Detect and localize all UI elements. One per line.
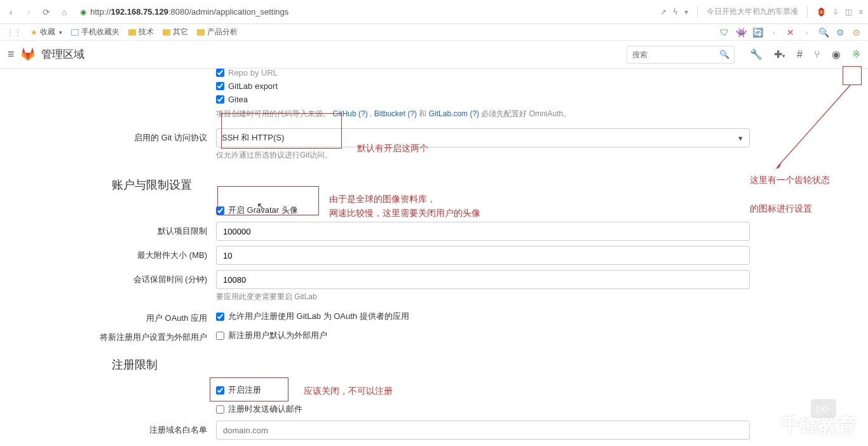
search-input[interactable] — [627, 46, 735, 64]
whitelist-label: 注册域名白名单 — [0, 421, 216, 436]
favorites-button[interactable]: ★收藏▾ — [31, 27, 62, 37]
help-link[interactable]: GitHub (?) — [332, 109, 367, 118]
checkbox-label: Gitea — [228, 95, 248, 104]
external-user-checkbox[interactable] — [216, 332, 224, 340]
checkbox-label: 注册时发送确认邮件 — [228, 403, 302, 415]
shield-icon: ◉ — [80, 8, 86, 17]
ext-shield-icon[interactable]: 🛡 — [719, 27, 729, 37]
extension-icons: 🛡 👾 🔄 · ✕ · 🔍 ⚙ ⊙ — [719, 27, 862, 37]
grip-icon[interactable]: ⋮⋮ — [6, 28, 22, 37]
max-attachment-input[interactable] — [216, 246, 750, 265]
settings-form: Repo by URL GitLab export Gitea 项目创建时可用的… — [0, 69, 868, 440]
checkbox-label: Repo by URL — [228, 68, 278, 78]
import-repobyurl-checkbox[interactable] — [216, 69, 224, 77]
gitlab-topbar: ≡ 管理区域 🔍 🔧 ✚▾ # ⑂ ◉ ※ — [0, 41, 868, 69]
ext-sep: · — [802, 27, 812, 37]
section-signup-limits: 注册限制 — [112, 357, 868, 372]
whitelist-input[interactable] — [216, 421, 750, 440]
oauth-checkbox[interactable] — [216, 313, 224, 321]
git-protocol-select[interactable]: SSH 和 HTTP(S) — [216, 128, 750, 147]
ext-icon[interactable]: 🔄 — [752, 27, 763, 37]
address-bar[interactable]: ◉ http://192.168.75.129:8080/admin/appli… — [76, 7, 654, 17]
default-limit-label: 默认项目限制 — [0, 222, 216, 237]
checkbox-label: GitLab export — [228, 81, 278, 91]
page-title: 管理区域 — [41, 47, 85, 62]
ext-icon[interactable]: ⊙ — [851, 27, 862, 37]
url-text: http://192.168.75.129:8080/admin/applica… — [90, 7, 288, 17]
gravatar-checkbox[interactable] — [216, 206, 224, 215]
confirm-email-checkbox[interactable] — [216, 405, 224, 414]
plus-icon[interactable]: ✚▾ — [774, 48, 785, 60]
hash-icon[interactable]: # — [797, 49, 803, 60]
help-link[interactable]: Bitbucket (?) — [374, 109, 417, 118]
share-icon[interactable]: ↗ — [660, 8, 667, 17]
import-help-text: 项目创建时可用的代码导入来源。 GitHub (?) , Bitbucket (… — [216, 106, 760, 122]
browser-right-controls: ↗ ϟ ▾ 今日开抢大年初九的车票准 🏮 ⇩ ◫ ≡ — [660, 6, 863, 18]
watermark: 千锋教育 — [747, 412, 857, 440]
bolt-icon[interactable]: ϟ — [673, 8, 678, 17]
import-gitea-checkbox[interactable] — [216, 95, 224, 104]
gitlab-logo-icon[interactable] — [21, 48, 35, 62]
browser-toolbar: ‹ › ⟳ ⌂ ◉ http://192.168.75.129:8080/adm… — [0, 0, 868, 24]
session-help: 要应用此变更需要重启 GitLab — [216, 289, 760, 305]
menu-icon[interactable]: ≡ — [858, 8, 863, 17]
ext-sep: · — [769, 27, 779, 37]
watermark-logo-icon — [747, 412, 775, 440]
git-protocol-help: 仅允许通过所选协议进行Git访问。 — [216, 147, 760, 163]
ext-icon[interactable]: 👾 — [736, 27, 746, 37]
default-limit-input[interactable] — [216, 222, 750, 241]
checkbox-label: 开启 Gravatar 头像 — [228, 205, 298, 216]
check-circle-icon[interactable]: ◉ — [832, 48, 841, 60]
search-icon[interactable]: 🔍 — [719, 50, 729, 59]
ext-gear-icon[interactable]: ⚙ — [835, 27, 845, 37]
checkbox-label: 新注册用户默认为外部用户 — [228, 330, 327, 341]
checkbox-label: 允许用户注册使用 GitLab 为 OAuth 提供者的应用 — [228, 311, 409, 322]
bookmark-folder[interactable]: 技术 — [128, 27, 154, 37]
bookmark-bar: ⋮⋮ ★收藏▾ 手机收藏夹 技术 其它 产品分析 🛡 👾 🔄 · ✕ · 🔍 ⚙… — [0, 24, 868, 41]
wrench-icon[interactable]: 🔧 — [750, 48, 763, 60]
bookmark-folder[interactable]: 产品分析 — [197, 27, 238, 37]
oauth-label: 用户 OAuth 应用 — [0, 309, 216, 324]
merge-icon[interactable]: ⑂ — [814, 49, 820, 60]
git-protocol-label: 启用的 Git 访问协议 — [0, 128, 216, 144]
checkbox-label: 开启注册 — [228, 384, 261, 396]
ext-close-icon[interactable]: ✕ — [785, 27, 796, 37]
bookmark-folder[interactable]: 手机收藏夹 — [71, 27, 119, 37]
nav-home-icon[interactable]: ⌂ — [58, 7, 70, 17]
import-gitlabexport-checkbox[interactable] — [216, 82, 224, 90]
help-link[interactable]: GitLab.com (?) — [429, 109, 479, 118]
search-box: 🔍 — [627, 46, 735, 64]
bookmark-folder[interactable]: 其它 — [163, 27, 188, 37]
news-link[interactable]: 今日开抢大年初九的车票准 — [707, 6, 798, 17]
signup-enabled-checkbox[interactable] — [216, 386, 224, 395]
max-attachment-label: 最大附件大小 (MB) — [0, 246, 216, 261]
watermark-text: 千锋教育 — [780, 413, 857, 439]
session-input[interactable] — [216, 270, 750, 289]
external-user-label: 将新注册用户设置为外部用户 — [0, 328, 216, 343]
avatar-icon[interactable]: ※ — [852, 48, 860, 60]
chevron-down-icon[interactable]: ▾ — [684, 8, 688, 17]
download-icon[interactable]: ⇩ — [832, 8, 839, 17]
hamburger-icon[interactable]: ≡ — [8, 48, 15, 61]
nav-back-icon[interactable]: ‹ — [5, 7, 17, 17]
ext-icon[interactable]: 🏮 — [817, 8, 826, 17]
nav-forward-icon[interactable]: › — [23, 7, 34, 17]
nav-reload-icon[interactable]: ⟳ — [41, 7, 52, 17]
ext-search-icon[interactable]: 🔍 — [818, 27, 829, 37]
sidebar-icon[interactable]: ◫ — [845, 8, 852, 17]
section-account-limits: 账户与限制设置 — [112, 177, 868, 193]
svg-point-2 — [751, 416, 772, 436]
session-label: 会话保留时间 (分钟) — [0, 270, 216, 285]
